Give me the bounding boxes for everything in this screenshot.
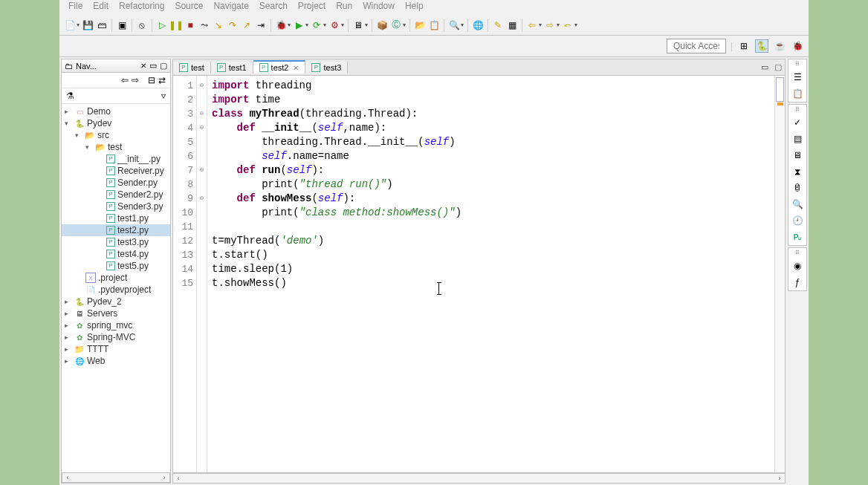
dropdown-icon[interactable]: ▾ xyxy=(403,22,406,28)
dropdown-icon[interactable]: ▾ xyxy=(365,22,368,28)
java-perspective-icon[interactable]: ☕ xyxy=(773,39,786,53)
tree-project-demo[interactable]: ▸Demo xyxy=(62,105,170,117)
menu-help[interactable]: Help xyxy=(402,0,427,12)
save-all-icon[interactable]: 🗃 xyxy=(96,19,108,31)
menu-project[interactable]: Project xyxy=(295,0,328,12)
tree-project[interactable]: ▸TTTT xyxy=(62,343,170,355)
collapse-all-icon[interactable]: ⊟ xyxy=(148,75,155,85)
tab-test[interactable]: Ptest xyxy=(173,62,211,74)
menu-run[interactable]: Run xyxy=(333,0,355,12)
step-into-icon[interactable]: ↘ xyxy=(213,19,224,31)
new-package-icon[interactable]: 📦 xyxy=(376,19,388,31)
forward-icon[interactable]: ⇨ xyxy=(544,19,556,31)
tree-project[interactable]: ▸🐍Pydev_2 xyxy=(62,296,170,307)
dropdown-icon[interactable]: ▾ xyxy=(323,22,326,28)
data-source-icon[interactable]: 🛢 xyxy=(791,181,804,195)
progress-icon[interactable]: ⧗ xyxy=(791,165,804,178)
new-server-icon[interactable]: 🖥 xyxy=(352,19,364,31)
viewport-indicator[interactable] xyxy=(776,77,784,102)
tree-file[interactable]: PSender2.py xyxy=(62,189,170,201)
run-icon[interactable]: ▶ xyxy=(293,19,305,31)
pydev-perspective-icon[interactable]: 🐍 xyxy=(755,39,768,53)
tree-folder-src[interactable]: ▾src xyxy=(62,129,170,141)
close-icon[interactable]: ✕ xyxy=(293,64,299,72)
tree-file[interactable]: P__init__.py xyxy=(62,153,170,165)
debug-icon[interactable]: 🐞 xyxy=(275,19,287,31)
outline-icon[interactable]: ☰ xyxy=(791,71,804,84)
tab-test2[interactable]: Ptest2✕ xyxy=(253,60,306,74)
maximize-icon[interactable]: ▢ xyxy=(771,62,785,72)
warning-marker[interactable] xyxy=(777,102,783,105)
handle-icon[interactable]: ⠿ xyxy=(795,61,800,68)
dropdown-icon[interactable]: ▾ xyxy=(305,22,308,28)
terminate-icon[interactable]: ■ xyxy=(184,19,196,31)
toggle-block-icon[interactable]: ▦ xyxy=(506,19,518,31)
tree-file[interactable]: PSender.py xyxy=(62,177,170,189)
fold-gutter[interactable]: ⊖ ⊖⊖ ⊖ ⊖ xyxy=(197,76,207,472)
tree-project[interactable]: ▸🌐Web xyxy=(62,355,170,367)
tree-project[interactable]: ▸✿Spring-MVC xyxy=(62,331,170,343)
terminal-icon[interactable]: ▣ xyxy=(116,19,128,31)
step-over-icon[interactable]: ↷ xyxy=(227,19,239,31)
history-icon[interactable]: 🕘 xyxy=(791,214,804,227)
tree-file[interactable]: Ptest3.py xyxy=(62,236,170,248)
suspend-icon[interactable]: ❚❚ xyxy=(170,19,182,31)
menu-navigate[interactable]: Navigate xyxy=(210,0,251,12)
menu-search[interactable]: Search xyxy=(256,0,291,12)
project-tree[interactable]: ▸Demo ▾🐍Pydev ▾src ▾test P__init__.py PR… xyxy=(62,104,170,472)
last-edit-icon[interactable]: ⤺ xyxy=(562,19,574,31)
search-icon[interactable]: 🔍 xyxy=(448,19,460,31)
menu-edit[interactable]: Edit xyxy=(90,0,111,12)
tree-file[interactable]: Ptest1.py xyxy=(62,212,170,224)
save-icon[interactable]: 💾 xyxy=(82,19,94,31)
tree-file[interactable]: Ptest4.py xyxy=(62,248,170,260)
maximize-icon[interactable]: ▢ xyxy=(160,61,167,71)
dropdown-icon[interactable]: ▾ xyxy=(461,22,464,28)
run-last-icon[interactable]: ⟳ xyxy=(311,19,323,31)
minimize-icon[interactable]: ▭ xyxy=(149,61,157,71)
tree-file[interactable]: Ptest5.py xyxy=(62,260,170,272)
menu-file[interactable]: File xyxy=(65,0,85,12)
dropdown-icon[interactable]: ▾ xyxy=(539,22,542,28)
new-icon[interactable]: 📄 xyxy=(64,19,76,31)
filter-icon[interactable]: ⚗ xyxy=(66,91,74,101)
menu-refactoring[interactable]: Refactoring xyxy=(116,0,167,12)
back-icon[interactable]: ⇦ xyxy=(526,19,538,31)
tree-project[interactable]: ▸✿spring_mvc xyxy=(62,319,170,331)
step-return-icon[interactable]: ↗ xyxy=(241,19,253,31)
tree-file-pydevproject[interactable]: 📄.pydevproject xyxy=(62,284,170,296)
dropdown-icon[interactable]: ▾ xyxy=(557,22,560,28)
open-task-icon[interactable]: 📋 xyxy=(428,19,440,31)
resume-icon[interactable]: ▷ xyxy=(156,19,168,31)
dropdown-icon[interactable]: ▾ xyxy=(341,22,344,28)
tab-test3[interactable]: Ptest3 xyxy=(305,62,348,74)
tree-file[interactable]: PReceiver.py xyxy=(62,165,170,177)
handle-icon[interactable]: ⠿ xyxy=(795,250,800,256)
overview-ruler[interactable] xyxy=(774,76,785,472)
handle-icon[interactable]: ⠿ xyxy=(795,106,800,113)
tree-file-test2[interactable]: Ptest2.py xyxy=(62,224,170,236)
dropdown-icon[interactable]: ▾ xyxy=(288,22,291,28)
pyunit-icon[interactable]: Pᵤ xyxy=(791,230,804,244)
link-editor-icon[interactable]: ⇄ xyxy=(158,75,166,85)
dropdown-icon[interactable]: ▾ xyxy=(77,22,80,28)
dropdown-icon[interactable]: ▾ xyxy=(574,22,577,28)
minimize-icon[interactable]: ▭ xyxy=(758,62,771,72)
editor-hscrollbar[interactable]: ‹› xyxy=(172,473,786,484)
view-menu-icon[interactable]: ▿ xyxy=(161,91,166,101)
tree-file-project[interactable]: X.project xyxy=(62,272,170,284)
external-tools-icon[interactable]: ⚙ xyxy=(328,19,340,31)
forward-nav-icon[interactable]: ⇨ xyxy=(132,75,139,85)
tree-project[interactable]: ▸🖥Servers xyxy=(62,307,170,319)
open-perspective-icon[interactable]: ⊞ xyxy=(737,39,751,53)
new-class-icon[interactable]: Ⓒ xyxy=(390,19,402,31)
menu-window[interactable]: Window xyxy=(360,0,398,12)
nav-hscrollbar[interactable]: ‹› xyxy=(62,472,170,483)
disconnect-icon[interactable]: ⤳ xyxy=(198,19,210,31)
tab-test1[interactable]: Ptest1 xyxy=(211,62,253,74)
open-type-icon[interactable]: 📂 xyxy=(414,19,426,31)
expressions-icon[interactable]: ƒ xyxy=(791,276,804,289)
code-text[interactable]: import threadingimport timeclass myThrea… xyxy=(207,76,774,472)
drop-frame-icon[interactable]: ⇥ xyxy=(255,19,267,31)
quick-access-input[interactable] xyxy=(667,39,726,53)
